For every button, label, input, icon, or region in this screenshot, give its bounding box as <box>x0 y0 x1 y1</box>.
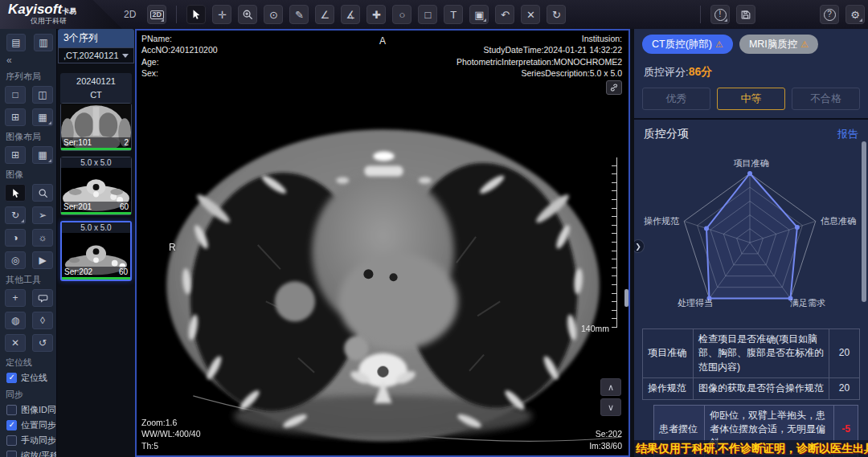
delete-annotation-button[interactable]: ✕ <box>521 5 540 24</box>
key-image-tool-button[interactable]: ▣ <box>469 5 489 24</box>
viewer-scrollbar-thumb[interactable] <box>624 289 628 307</box>
app-logo: Kayisoft卡易 仅用于科研 <box>0 0 122 29</box>
report-link[interactable]: 报告 <box>837 127 858 141</box>
info-button[interactable]: ! <box>710 5 730 24</box>
plus-icon: + <box>12 293 18 303</box>
sidebar-collapse-button[interactable]: « <box>6 55 53 66</box>
thumbnail-list: 20240121 CT <box>57 63 135 457</box>
layout-2x2-button[interactable]: ⊞ <box>5 108 26 126</box>
left-tool-sidebar: ▤ ▥ « 序列布局 □ ◫ ⊞ ▦ 图像布局 ⊞ ▦ 图像 <box>0 29 56 457</box>
series-panel: 3个序列 ,CT,20240121 20240121 CT <box>56 29 135 457</box>
cursor-icon <box>190 9 202 20</box>
sync-image-id-row[interactable]: 图像ID同步 <box>6 404 53 416</box>
help-button[interactable]: ? <box>820 5 839 24</box>
rating-fail-button[interactable]: 不合格 <box>792 88 860 110</box>
table-row: 操作规范 图像的获取是否符合操作规范 20 <box>642 377 860 399</box>
layout-1x1-button[interactable]: □ <box>5 86 26 104</box>
localizer-checkbox-row[interactable]: 定位线 <box>6 372 53 384</box>
undo-button[interactable]: ↶ <box>495 5 514 24</box>
rectangle-tool-button[interactable]: □ <box>418 5 437 24</box>
rating-excellent-button[interactable]: 优秀 <box>642 88 710 110</box>
sidebar-magnify-button[interactable] <box>32 184 53 202</box>
brightness-button[interactable]: ☼ <box>32 229 53 247</box>
pan-icon: ✛ <box>218 10 227 20</box>
pointer-tool-button[interactable] <box>186 5 206 24</box>
layout-3x3-button[interactable]: ▦ <box>32 108 53 126</box>
series-count-header: 3个序列 <box>58 29 134 47</box>
pan-tool-button[interactable]: ✛ <box>212 5 231 24</box>
settings-button[interactable]: ⚙ <box>845 5 865 24</box>
zoom-in-tool-button[interactable] <box>238 5 257 24</box>
target-button[interactable]: ◎ <box>5 251 26 269</box>
study-dropdown-value: ,CT,20240121 <box>63 51 119 60</box>
cursor-icon <box>10 188 21 198</box>
sync-zoom-pan-checkbox[interactable] <box>6 451 17 457</box>
warning-icon: ⚠ <box>800 39 809 50</box>
reset-view-button[interactable]: ↻ <box>547 5 566 24</box>
add-tool-button[interactable]: + <box>5 289 26 307</box>
rotate-button[interactable]: ↻ <box>5 206 26 224</box>
localizer-checkbox[interactable] <box>6 373 17 383</box>
mode-2d-button[interactable]: 2D <box>147 5 166 24</box>
qc-score-row: 质控评分:86分 <box>634 59 868 81</box>
sync-position-row[interactable]: 位置同步 <box>6 419 53 431</box>
scroll-up-button[interactable]: ∧ <box>600 378 621 396</box>
link-sync-button[interactable] <box>606 80 622 95</box>
sync-manual-row[interactable]: 手动同步 <box>6 435 53 447</box>
comment-tool-button[interactable] <box>32 289 53 307</box>
sync-position-checkbox[interactable] <box>6 420 17 430</box>
panel-scrollbar-thumb[interactable] <box>862 141 866 302</box>
image-layout-3x3-button[interactable]: ▦ <box>32 146 53 164</box>
angle-tool-button[interactable]: ∠ <box>315 5 334 24</box>
scroll-button[interactable]: ➢ <box>32 206 53 224</box>
save-button[interactable] <box>736 5 755 24</box>
layout-3x3-icon: ▦ <box>38 112 47 122</box>
layout-1x2-button[interactable]: ◫ <box>32 86 53 104</box>
institution-line: Institusion: <box>457 33 622 44</box>
series-panel-toggle-button[interactable]: ▤ <box>6 34 26 51</box>
pencil-tool-button[interactable]: ✎ <box>289 5 309 24</box>
study-dropdown[interactable]: ,CT,20240121 <box>58 47 134 63</box>
cine-play-button[interactable]: ▶ <box>32 251 53 269</box>
crosshair-tool-button[interactable]: ✚ <box>366 5 386 24</box>
gear-icon: ⚙ <box>850 10 860 20</box>
ellipse-tool-button[interactable]: ○ <box>392 5 411 24</box>
image-layout-2x2-button[interactable]: ⊞ <box>5 146 26 164</box>
series-thumbnail-101[interactable]: Ser:101 2 <box>60 103 132 151</box>
speech-bubble-icon <box>38 293 48 304</box>
undo-tool-button[interactable]: ↺ <box>32 334 53 352</box>
thumb-loaded-bar <box>61 148 131 150</box>
eraser-tool-button[interactable]: ◊ <box>32 312 53 329</box>
qc-panel: ❯ CT质控(肺部) ⚠ MRI脑质控 ⚠ 质控评分:86分 优秀 中等 不合格 <box>630 29 868 457</box>
study-group-header: 20240121 CT <box>60 73 132 103</box>
image-viewport[interactable]: PName: AccNO:2401210200 Age: Sex: Instit… <box>135 29 630 457</box>
series-thumbnail-202-selected[interactable]: 5.0 x 5.0 Ser:202 60 <box>60 221 132 281</box>
sync-manual-checkbox[interactable] <box>6 435 17 446</box>
sync-image-id-checkbox[interactable] <box>6 405 17 415</box>
thumb-series-desc: 5.0 x 5.0 <box>62 222 130 233</box>
report-panel-toggle-button[interactable]: ▥ <box>34 34 53 51</box>
series-description-line: SeriesDescription:5.0 x 5.0 <box>457 67 622 79</box>
play-icon: ▶ <box>39 255 46 265</box>
detect-tool-button[interactable]: ◍ <box>5 312 26 329</box>
cobb-angle-tool-button[interactable]: ∡ <box>341 5 360 24</box>
tab-mri-qc-label: MRI脑质控 <box>749 38 797 51</box>
qc-subitems-title: 质控分项 <box>644 127 689 141</box>
research-disclaimer-marquee: 结果仅用于科研,不作诊断证明，诊断以医生出具的诊断 <box>634 440 868 457</box>
text-annotation-tool-button[interactable]: T <box>444 5 463 24</box>
sync-zoom-pan-row[interactable]: 缩放/平移 <box>6 450 53 457</box>
reset-icon: ↻ <box>552 10 561 20</box>
panel-collapse-handle[interactable]: ❯ <box>632 239 645 253</box>
sidebar-pointer-button[interactable] <box>5 184 26 202</box>
thickness-line: Th:5 <box>141 440 201 451</box>
scroll-down-button[interactable]: ∨ <box>600 398 621 416</box>
sync-position-label: 位置同步 <box>21 419 56 431</box>
rectangle-icon: □ <box>424 10 431 20</box>
delete-tool-button[interactable]: ✕ <box>5 334 26 352</box>
rating-medium-button[interactable]: 中等 <box>717 88 785 110</box>
invert-button[interactable]: ◑ <box>5 229 26 247</box>
tab-ct-qc[interactable]: CT质控(肺部) ⚠ <box>642 35 733 54</box>
window-level-tool-button[interactable]: ⊙ <box>264 5 283 24</box>
tab-mri-qc[interactable]: MRI脑质控 ⚠ <box>739 35 818 54</box>
series-thumbnail-201[interactable]: 5.0 x 5.0 Ser:201 60 <box>60 157 132 215</box>
